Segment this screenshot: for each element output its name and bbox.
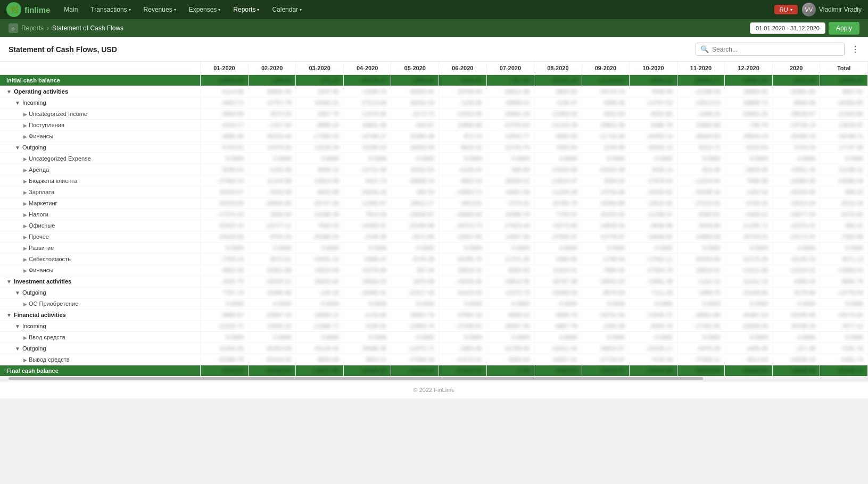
table-cell: 28486.35 — [343, 343, 391, 354]
table-cell: 23818.12 — [439, 265, 487, 276]
nav-main[interactable]: Main — [59, 3, 83, 16]
nav-transactions[interactable]: Transactions ▾ — [85, 3, 136, 16]
table-cell: -18589.14 — [391, 176, 439, 187]
table-cell: 12778.97 — [582, 231, 630, 243]
apply-button[interactable]: Apply — [829, 22, 859, 35]
collapse-icon[interactable]: ▼ — [15, 290, 20, 296]
row-label: ▶Налоги — [0, 209, 201, 220]
table-cell: -12298.09 — [677, 86, 725, 97]
table-cell: -7877.12 — [820, 321, 868, 332]
table-cell: -23755.63 — [486, 120, 534, 131]
table-cell: 3822.11 — [343, 354, 391, 365]
scrollbar-thumb[interactable] — [9, 377, 703, 380]
row-label: ▶Финансы — [0, 265, 201, 276]
table-cell: 872.24 — [439, 131, 487, 142]
expand-icon[interactable]: ▶ — [23, 112, 27, 117]
table-cell: -8895.10 — [296, 120, 344, 131]
collapse-icon[interactable]: ▼ — [6, 89, 12, 95]
table-cell: 16002.99 — [391, 142, 439, 153]
table-cell: 5170.86 — [772, 287, 820, 298]
nav-revenues[interactable]: Revenues ▾ — [138, 3, 181, 16]
table-cell: 12163.41 — [534, 265, 582, 276]
table-cell: -767.44 — [486, 75, 534, 86]
table-cell: -3173.73 — [391, 109, 439, 120]
expand-icon[interactable]: ▶ — [23, 134, 27, 139]
breadcrumb-reports[interactable]: Reports — [21, 24, 44, 32]
expand-icon[interactable]: ▶ — [23, 201, 27, 206]
table-cell: 0.0000 — [439, 153, 487, 164]
expand-icon[interactable]: ▶ — [23, 168, 27, 173]
expand-icon[interactable]: ▶ — [23, 302, 27, 307]
table-cell: 6550.59 — [534, 131, 582, 142]
table-cell: 6906.56 — [582, 97, 630, 109]
table-cell: -4463.72 — [201, 97, 249, 109]
table-row: Final cash balance8276.55-26362.93-10627… — [0, 365, 868, 377]
expand-icon[interactable]: ▶ — [23, 257, 27, 262]
table-cell: 0.0000 — [534, 243, 582, 254]
table-cell: 8992.69 — [296, 354, 344, 365]
table-row: ▶Прочее24426.568792.29-25386.53-1548.35-… — [0, 231, 868, 243]
logo-icon: 🌿 — [6, 2, 21, 17]
more-options-icon[interactable]: ⋮ — [851, 44, 859, 54]
nav-reports[interactable]: Reports ▾ — [228, 3, 264, 16]
date-range-picker[interactable]: 01.01.2020 - 31.12.2020 — [750, 22, 825, 34]
table-cell: 13913.23 — [677, 97, 725, 109]
table-cell: -11716.90 — [582, 131, 630, 142]
table-cell: 0.0000 — [296, 298, 344, 310]
table-cell: -738.79 — [725, 120, 773, 131]
expand-icon[interactable]: ▶ — [23, 212, 27, 218]
search-box[interactable]: 🔍 — [696, 43, 845, 56]
table-cell: 13588.68 — [772, 365, 820, 377]
row-label: ▶Финансы — [0, 131, 201, 142]
table-cell: 28092.02 — [725, 86, 773, 97]
collapse-icon[interactable]: ▼ — [6, 279, 12, 285]
table-cell: -999.32 — [820, 187, 868, 198]
expand-icon[interactable]: ▶ — [23, 235, 27, 240]
table-cell: 19273.94 — [534, 220, 582, 231]
home-icon[interactable]: ⌂ — [9, 23, 18, 33]
expand-icon[interactable]: ▶ — [23, 156, 27, 162]
expand-icon[interactable]: ▶ — [23, 179, 27, 184]
table-cell: 16145.23 — [772, 254, 820, 265]
table-cell: -27214.69 — [343, 97, 391, 109]
col-header-05-2020: 05-2020 — [391, 62, 439, 75]
table-cell: 19461.59 — [486, 187, 534, 198]
collapse-icon[interactable]: ▼ — [15, 346, 20, 352]
col-header-01-2020: 01-2020 — [201, 62, 249, 75]
expand-icon[interactable]: ▶ — [23, 190, 27, 195]
collapse-icon[interactable]: ▼ — [15, 145, 20, 151]
table-cell: -16096.98 — [725, 365, 773, 377]
col-header-07-2020: 07-2020 — [486, 62, 534, 75]
collapse-icon[interactable]: ▼ — [15, 323, 20, 329]
table-cell: -15799.55 — [486, 343, 534, 354]
logo[interactable]: 🌿 finlime — [6, 2, 50, 17]
table-cell: 26396.33 — [772, 131, 820, 142]
nav-calendar[interactable]: Calendar ▾ — [267, 3, 307, 16]
expand-icon[interactable]: ▶ — [23, 357, 27, 363]
nav-expenses[interactable]: Expenses ▾ — [184, 3, 226, 16]
table-cell: 27582.18 — [439, 310, 487, 321]
table-cell: -26505.16 — [343, 187, 391, 198]
table-cell: -8887.78 — [534, 321, 582, 332]
table-cell: -4095.30 — [201, 131, 249, 142]
expand-icon[interactable]: ▶ — [23, 335, 27, 340]
horizontal-scrollbar[interactable] — [0, 377, 868, 381]
user-menu[interactable]: VV Vladimir Vradiy — [802, 3, 862, 16]
expand-icon[interactable]: ▶ — [23, 268, 27, 273]
table-cell: -454.97 — [391, 120, 439, 131]
table-cell: -5478.20 — [677, 343, 725, 354]
table-cell: 19330.67 — [201, 187, 249, 198]
expand-icon[interactable]: ▶ — [23, 123, 27, 128]
table-cell: 0.0000 — [534, 153, 582, 164]
company-selector[interactable]: RU ▾ — [774, 5, 798, 14]
expand-icon[interactable]: ▶ — [23, 246, 27, 251]
search-input[interactable] — [712, 46, 840, 53]
table-cell: 10818.04 — [582, 220, 630, 231]
table-cell: 23385.36 — [391, 131, 439, 142]
table-cell: 13981.39 — [630, 276, 677, 287]
collapse-icon[interactable]: ▼ — [15, 100, 20, 106]
collapse-icon[interactable]: ▼ — [6, 312, 12, 318]
expand-icon[interactable]: ▶ — [23, 223, 27, 229]
table-cell: 1047.95 — [296, 86, 344, 97]
table-cell: 397.26 — [391, 265, 439, 276]
